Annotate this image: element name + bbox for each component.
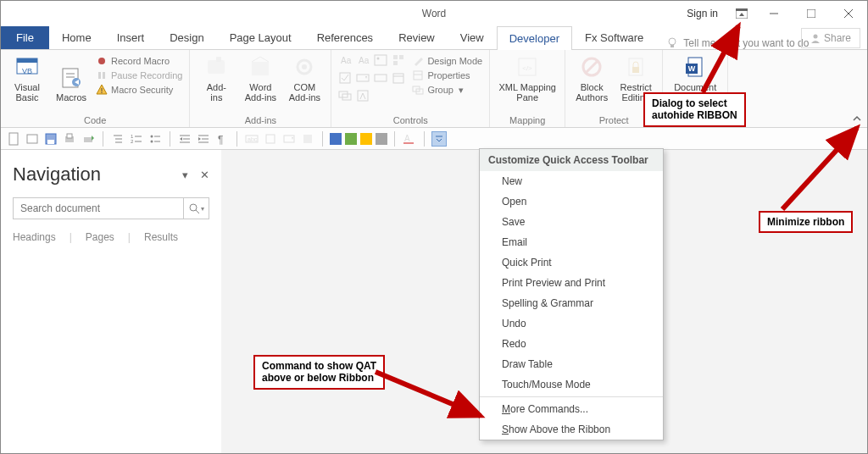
tab-insert[interactable]: Insert [104, 25, 158, 49]
nav-tab-headings[interactable]: Headings [13, 231, 56, 245]
svg-text:abc: abc [248, 136, 258, 142]
properties-button[interactable]: Properties [412, 69, 482, 81]
search-icon[interactable]: ▾ [183, 198, 209, 219]
checkbox-control-icon[interactable] [338, 71, 353, 86]
nav-tab-results[interactable]: Results [144, 231, 178, 245]
qat-paragraph-icon[interactable]: ¶ [214, 131, 230, 147]
close-icon[interactable]: ✕ [200, 169, 209, 181]
menu-item-open[interactable]: Open [480, 191, 663, 212]
pause-recording-button[interactable]: Pause Recording [96, 69, 182, 81]
word-addins-button[interactable]: Word Add-ins [241, 53, 280, 102]
qat-indent-right-icon[interactable] [196, 131, 211, 147]
svg-rect-56 [47, 140, 54, 144]
richtext-control-icon[interactable]: Aa [338, 53, 353, 69]
svg-point-24 [302, 64, 307, 69]
qat-color-green[interactable] [345, 133, 357, 145]
menu-item-show-above-ribbon[interactable]: Show Above the Ribbon [480, 419, 663, 440]
menu-item-new[interactable]: New [480, 171, 663, 191]
menu-item-print-preview[interactable]: Print Preview and Print [480, 273, 663, 293]
qat-checkbox-icon[interactable] [263, 131, 278, 147]
menu-item-more-commands[interactable]: More Commands... [480, 399, 663, 419]
record-macro-button[interactable]: Record Macro [96, 55, 182, 67]
tab-design[interactable]: Design [157, 25, 216, 49]
svg-rect-40 [414, 71, 422, 80]
sign-in-link[interactable]: Sign in [676, 8, 728, 19]
qat-bullets-icon[interactable] [147, 131, 163, 147]
svg-rect-59 [84, 137, 92, 142]
qat-textbox-icon[interactable]: abc [244, 131, 259, 147]
tab-fx-software[interactable]: Fx Software [572, 25, 656, 49]
tab-home[interactable]: Home [49, 25, 104, 49]
qat-customize-button[interactable] [431, 131, 447, 147]
combobox-control-icon[interactable] [356, 71, 371, 86]
qat-quickprint-icon[interactable] [81, 131, 96, 147]
group-label-mapping: Mapping [497, 114, 558, 125]
menu-item-undo[interactable]: Undo [480, 313, 663, 334]
svg-rect-27 [375, 55, 387, 65]
lightbulb-icon [666, 37, 678, 49]
qat-combobox-icon[interactable] [281, 131, 297, 147]
menu-item-spelling[interactable]: Spelling & Grammar [480, 293, 663, 313]
date-control-icon[interactable] [392, 71, 407, 86]
qat-color-gray[interactable] [376, 133, 387, 145]
svg-line-47 [586, 61, 598, 73]
search-input[interactable] [14, 198, 183, 219]
svg-point-8 [813, 35, 817, 39]
menu-item-email[interactable]: Email [480, 232, 663, 252]
tab-references[interactable]: References [304, 25, 386, 49]
warning-icon: ! [96, 84, 108, 96]
group-code: VB Visual Basic Macros Record Macro Paus… [1, 50, 190, 127]
close-window-button[interactable] [830, 1, 867, 26]
picture-control-icon[interactable] [374, 53, 389, 69]
xml-mapping-button[interactable]: </>XML Mapping Pane [497, 53, 558, 102]
quick-access-toolbar: 12 ¶ abc A [1, 128, 867, 150]
tab-view[interactable]: View [448, 25, 497, 49]
qat-numbering-icon[interactable]: 12 [129, 131, 144, 147]
legacy-tools-icon[interactable] [356, 89, 371, 104]
dropdown-control-icon[interactable] [374, 71, 389, 86]
chevron-down-icon[interactable]: ▾ [182, 169, 188, 181]
qat-color-blue[interactable] [330, 133, 342, 145]
macro-security-button[interactable]: !Macro Security [96, 84, 182, 96]
navigation-search: ▾ [13, 197, 209, 219]
tab-review[interactable]: Review [386, 25, 448, 49]
addins-button[interactable]: Add- ins [197, 53, 236, 102]
svg-rect-80 [266, 135, 275, 143]
visual-basic-button[interactable]: VB Visual Basic [8, 53, 47, 102]
repeating-control-icon[interactable] [338, 89, 353, 104]
qat-color-yellow[interactable] [360, 133, 372, 145]
buildingblock-control-icon[interactable] [392, 53, 407, 69]
qat-page-orientation-icon[interactable] [25, 131, 40, 147]
svg-rect-29 [393, 55, 398, 59]
maximize-window-button[interactable] [793, 1, 830, 26]
qat-page-icon[interactable] [6, 131, 21, 147]
menu-item-redo[interactable]: Redo [480, 334, 663, 354]
svg-rect-49 [632, 67, 639, 73]
macros-button[interactable]: Macros [52, 53, 91, 102]
tab-page-layout[interactable]: Page Layout [217, 25, 304, 49]
minimize-window-button[interactable] [755, 1, 793, 26]
svg-text:2: 2 [131, 139, 134, 144]
nav-tab-pages[interactable]: Pages [86, 231, 114, 245]
menu-item-save[interactable]: Save [480, 212, 663, 232]
qat-shading-icon[interactable] [300, 131, 315, 147]
svg-rect-35 [393, 74, 403, 83]
qat-indent-left-icon[interactable] [177, 131, 192, 147]
share-button[interactable]: Share [801, 28, 860, 48]
qat-save-icon[interactable] [43, 131, 58, 147]
plaintext-control-icon[interactable]: Aa [356, 53, 371, 69]
block-authors-button[interactable]: Block Authors [572, 53, 611, 102]
tab-developer[interactable]: Developer [497, 26, 572, 50]
tab-file[interactable]: File [1, 26, 49, 49]
qat-font-color-icon[interactable]: A [402, 131, 417, 147]
design-mode-button[interactable]: Design Mode [412, 55, 482, 67]
menu-item-touch-mouse[interactable]: Touch/Mouse Mode [480, 374, 663, 395]
group-addins: Add- ins Word Add-ins COM Add-ins Add-in… [190, 50, 331, 127]
group-button[interactable]: Group▾ [412, 84, 482, 96]
menu-item-draw-table[interactable]: Draw Table [480, 354, 663, 374]
qat-outline-icon[interactable] [110, 131, 125, 147]
menu-item-quick-print[interactable]: Quick Print [480, 252, 663, 273]
qat-print-preview-icon[interactable] [62, 131, 77, 147]
visual-basic-icon: VB [14, 53, 41, 80]
com-addins-button[interactable]: COM Add-ins [285, 53, 324, 102]
